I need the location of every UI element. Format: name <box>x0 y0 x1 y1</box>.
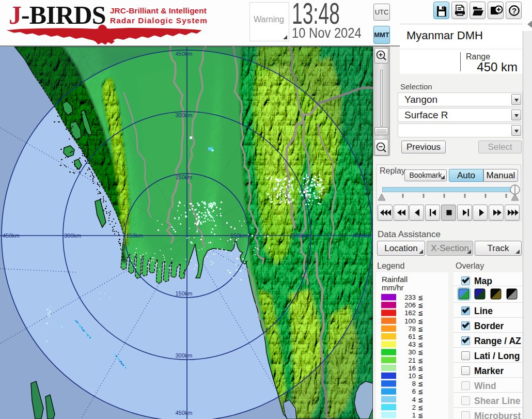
svg-text:233: 233 <box>404 294 416 301</box>
svg-text:16: 16 <box>409 364 416 372</box>
svg-text:≦: ≦ <box>418 302 423 309</box>
svg-text:≦: ≦ <box>418 333 423 340</box>
svg-text:J-BIRDS: J-BIRDS <box>9 1 105 29</box>
svg-text:4: 4 <box>412 396 416 404</box>
svg-text:≦: ≦ <box>418 404 423 411</box>
svg-text:≦: ≦ <box>418 294 423 301</box>
svg-text:1: 1 <box>412 411 416 419</box>
svg-text:Radar Dialogic System: Radar Dialogic System <box>110 16 208 25</box>
svg-text:≦: ≦ <box>418 309 423 317</box>
svg-text:450km: 450km <box>3 232 20 239</box>
svg-text:?: ? <box>512 6 517 15</box>
svg-text:≦: ≦ <box>418 388 423 395</box>
svg-text:300km: 300km <box>64 232 81 239</box>
svg-text:150km: 150km <box>175 174 192 180</box>
svg-text:21: 21 <box>409 356 416 364</box>
svg-text:10: 10 <box>409 372 416 380</box>
svg-text:450km: 450km <box>175 51 192 57</box>
svg-text:162: 162 <box>404 309 416 317</box>
svg-text:450km: 450km <box>354 232 371 239</box>
svg-text:100: 100 <box>404 317 416 325</box>
svg-text:8: 8 <box>412 380 416 387</box>
svg-text:≦: ≦ <box>418 325 423 333</box>
svg-text:≦: ≦ <box>418 365 423 372</box>
svg-text:150km: 150km <box>230 232 247 239</box>
svg-text:≦: ≦ <box>418 341 423 348</box>
svg-text:JRC-Brilliant & Intelligent: JRC-Brilliant & Intelligent <box>110 6 207 15</box>
svg-text:≦: ≦ <box>418 318 423 325</box>
svg-text:6: 6 <box>412 387 416 395</box>
svg-text:78: 78 <box>409 325 416 333</box>
svg-text:≦: ≦ <box>418 412 423 419</box>
svg-text:300km: 300km <box>292 232 309 239</box>
svg-text:61: 61 <box>409 333 416 340</box>
svg-text:300km: 300km <box>175 352 192 359</box>
svg-text:2: 2 <box>412 404 416 411</box>
svg-text:450km: 450km <box>175 410 192 416</box>
svg-text:150km: 150km <box>175 290 192 297</box>
svg-text:30: 30 <box>409 348 416 356</box>
svg-text:≦: ≦ <box>418 396 423 404</box>
svg-text:300km: 300km <box>175 112 192 118</box>
svg-text:43: 43 <box>409 340 416 348</box>
svg-text:150km: 150km <box>126 232 143 239</box>
svg-text:≦: ≦ <box>418 380 423 387</box>
svg-text:≦: ≦ <box>418 349 423 356</box>
svg-text:≦: ≦ <box>418 357 423 364</box>
svg-text:206: 206 <box>404 301 416 309</box>
svg-text:≦: ≦ <box>418 373 423 380</box>
